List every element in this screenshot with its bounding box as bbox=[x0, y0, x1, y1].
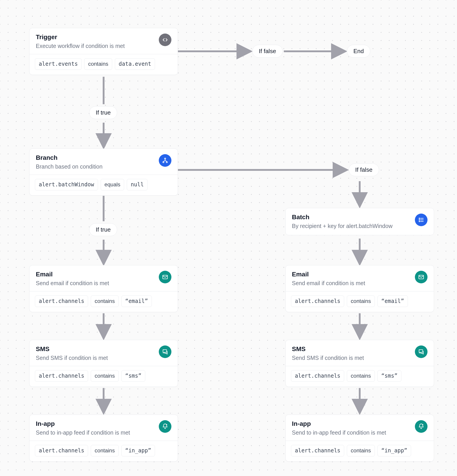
node-batch[interactable]: Batch By recipient + key for alert.batch… bbox=[285, 208, 434, 235]
cond-left: alert.batchWindow bbox=[35, 179, 98, 190]
node-title: In-app bbox=[292, 420, 386, 428]
condition-row: alert.channels contains “in_app” bbox=[29, 441, 178, 461]
cond-right: “in_app” bbox=[378, 445, 411, 456]
node-email-left[interactable]: Email Send email if condition is met ale… bbox=[29, 265, 178, 312]
cond-op: contains bbox=[347, 370, 375, 382]
node-subtitle: Send SMS if condition is met bbox=[292, 354, 364, 362]
label-if-true: If true bbox=[89, 223, 117, 236]
node-title: SMS bbox=[292, 345, 364, 353]
svg-point-24 bbox=[166, 424, 167, 425]
node-sms-right[interactable]: SMS Send SMS if condition is met alert.c… bbox=[285, 340, 434, 387]
node-subtitle: Send email if condition is met bbox=[36, 280, 109, 287]
cond-right: data.event bbox=[115, 58, 155, 70]
cond-left: alert.channels bbox=[291, 296, 344, 307]
cond-op: contains bbox=[91, 445, 118, 456]
node-title: Email bbox=[36, 270, 109, 278]
label-if-true: If true bbox=[89, 106, 117, 119]
cond-op: contains bbox=[91, 296, 118, 307]
condition-row: alert.channels contains “sms” bbox=[286, 366, 434, 387]
node-subtitle: Send to in-app feed if condition is met bbox=[36, 429, 130, 437]
cond-left: alert.channels bbox=[35, 296, 88, 307]
node-title: SMS bbox=[36, 345, 108, 353]
node-branch[interactable]: Branch Branch based on condition alert.b… bbox=[29, 149, 178, 196]
label-end: End bbox=[347, 45, 370, 58]
code-icon bbox=[159, 34, 171, 46]
node-inapp-left[interactable]: In-app Send to in-app feed if condition … bbox=[29, 415, 178, 462]
node-title: In-app bbox=[36, 420, 130, 428]
node-email-right[interactable]: Email Send email if condition is met ale… bbox=[285, 265, 434, 312]
node-trigger[interactable]: Trigger Execute workflow if condition is… bbox=[29, 28, 178, 75]
cond-left: alert.channels bbox=[35, 445, 88, 456]
condition-row: alert.channels contains “sms” bbox=[29, 366, 178, 387]
cond-right: “email” bbox=[378, 296, 408, 307]
workflow-canvas: Trigger Execute workflow if condition is… bbox=[0, 0, 457, 476]
cond-right: null bbox=[127, 179, 148, 190]
mail-icon bbox=[415, 271, 428, 283]
label-if-false: If false bbox=[349, 163, 379, 176]
chat-icon bbox=[159, 346, 171, 358]
chat-icon bbox=[415, 346, 428, 358]
svg-point-25 bbox=[422, 424, 423, 425]
svg-point-18 bbox=[419, 220, 420, 220]
svg-point-20 bbox=[419, 221, 420, 222]
condition-row: alert.channels contains “in_app” bbox=[286, 441, 434, 461]
node-subtitle: Send to in-app feed if condition is met bbox=[292, 429, 386, 437]
node-subtitle: Execute workflow if condition is met bbox=[36, 42, 125, 50]
svg-point-16 bbox=[419, 218, 420, 219]
cond-left: alert.events bbox=[35, 58, 81, 70]
cond-left: alert.channels bbox=[35, 370, 88, 382]
condition-row: alert.events contains data.event bbox=[29, 54, 178, 75]
label-if-false: If false bbox=[252, 45, 283, 58]
node-title: Batch bbox=[292, 213, 393, 221]
cond-op: contains bbox=[91, 370, 118, 382]
cond-op: equals bbox=[101, 179, 124, 190]
list-icon bbox=[415, 213, 428, 226]
node-subtitle: By recipient + key for alert.batchWindow bbox=[292, 222, 393, 230]
cond-op: contains bbox=[84, 58, 112, 70]
node-title: Branch bbox=[36, 154, 103, 162]
node-title: Email bbox=[292, 270, 365, 278]
node-subtitle: Branch based on condition bbox=[36, 163, 103, 170]
cond-right: “sms” bbox=[378, 370, 401, 382]
node-subtitle: Send email if condition is met bbox=[292, 280, 365, 287]
node-subtitle: Send SMS if condition is met bbox=[36, 354, 108, 362]
condition-row: alert.batchWindow equals null bbox=[29, 175, 178, 195]
condition-row: alert.channels contains “email” bbox=[286, 291, 434, 312]
cond-left: alert.channels bbox=[291, 445, 344, 456]
node-title: Trigger bbox=[36, 33, 125, 41]
cond-right: “sms” bbox=[121, 370, 145, 382]
cond-op: contains bbox=[347, 445, 375, 456]
cond-right: “in_app” bbox=[121, 445, 155, 456]
mail-icon bbox=[159, 271, 171, 283]
cond-left: alert.channels bbox=[291, 370, 344, 382]
branch-icon bbox=[159, 154, 171, 167]
condition-row: alert.channels contains “email” bbox=[29, 291, 178, 312]
node-sms-left[interactable]: SMS Send SMS if condition is met alert.c… bbox=[29, 340, 178, 387]
bell-icon bbox=[159, 420, 171, 433]
node-inapp-right[interactable]: In-app Send to in-app feed if condition … bbox=[285, 415, 434, 462]
bell-icon bbox=[415, 420, 428, 433]
cond-op: contains bbox=[347, 296, 375, 307]
cond-right: “email” bbox=[121, 296, 152, 307]
